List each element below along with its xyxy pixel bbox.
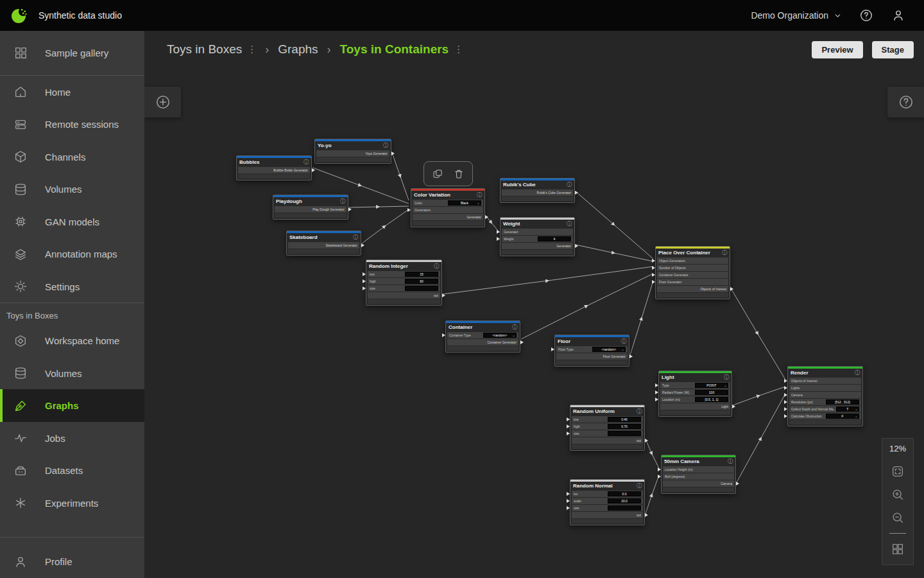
input-port[interactable] [363, 272, 366, 276]
graph-node-yoyo[interactable]: Yo-yoⓘYoyo Generator [314, 139, 391, 164]
canvas-help-button[interactable] [887, 87, 924, 118]
info-icon[interactable]: ⓘ [477, 191, 482, 198]
app-logo-icon[interactable] [0, 6, 38, 25]
sidebar-item-jobs[interactable]: Jobs [0, 422, 144, 455]
node-row-color[interactable]: ColorBlack⌄ [413, 200, 483, 206]
info-icon[interactable]: ⓘ [567, 220, 572, 227]
info-icon[interactable]: ⓘ [353, 234, 358, 241]
info-icon[interactable]: ⓘ [722, 249, 727, 256]
breadcrumb-workspace[interactable]: Toys in Boxes [167, 42, 242, 57]
output-port[interactable] [520, 340, 524, 344]
input-port[interactable] [567, 432, 570, 435]
input-port[interactable] [658, 468, 661, 471]
node-row-container-type[interactable]: Container Type<random>⌄ [447, 332, 518, 338]
input-port[interactable] [497, 230, 500, 234]
input-port[interactable] [567, 499, 570, 503]
info-icon[interactable]: ⓘ [724, 374, 729, 381]
node-row-type[interactable]: TypePOINT⌄ [660, 382, 730, 389]
delete-node-button[interactable] [453, 168, 465, 180]
input-port[interactable] [652, 280, 655, 284]
add-node-button[interactable] [144, 87, 181, 118]
sidebar-item-profile[interactable]: Profile [0, 545, 144, 578]
input-port[interactable] [658, 475, 661, 478]
input-port[interactable] [567, 425, 570, 428]
input-port[interactable] [784, 386, 787, 390]
input-port[interactable] [567, 492, 570, 496]
graph-node-floor[interactable]: FloorⓘFloor Type<random>⌄Floor Generator [554, 335, 629, 367]
node-row-size[interactable]: size [368, 285, 440, 292]
param-value[interactable]: 0.70 [608, 424, 641, 429]
fit-view-button[interactable] [888, 460, 907, 483]
output-port[interactable] [391, 152, 395, 155]
graph-node-playdough[interactable]: PlaydoughⓘPlay Dough Generator [273, 195, 348, 220]
sidebar-item-graphs[interactable]: Graphs [0, 389, 144, 422]
sidebar-item-datasets[interactable]: Datasets [0, 454, 144, 487]
output-port[interactable] [575, 191, 578, 195]
preview-button[interactable]: Preview [812, 41, 862, 58]
param-value[interactable]: <random>⌄ [592, 347, 626, 352]
node-row-floor-type[interactable]: Floor Type<random>⌄ [556, 346, 628, 353]
param-value[interactable]: POINT⌄ [695, 383, 728, 388]
graph-node-color-variation[interactable]: Color VariationⓘColorBlack⌄GeneratorsGen… [411, 188, 485, 227]
sidebar-item-volumes[interactable]: Volumes [0, 173, 144, 206]
graph-node-bubbles[interactable]: BubblesⓘBubble Bottle Generator [236, 155, 312, 180]
input-port[interactable] [363, 286, 366, 290]
node-row-loc[interactable]: loc0.0 [572, 491, 643, 497]
input-port[interactable] [407, 208, 411, 212]
node-row-collect-depth-and-normal-ma-[interactable]: Collect Depth and Normal Ma...T⌄ [789, 406, 861, 412]
info-icon[interactable]: ⓘ [728, 458, 733, 465]
node-row-location-m-[interactable]: Location (m)[0.5, 1, 1] [660, 396, 730, 403]
input-port[interactable] [784, 407, 787, 411]
output-port[interactable] [442, 293, 445, 297]
input-port[interactable] [655, 390, 658, 394]
stage-button[interactable]: Stage [872, 41, 914, 58]
node-row-calculate-obstruction[interactable]: Calculate ObstructionF⌄ [789, 413, 861, 419]
sidebar-item-workspace-home[interactable]: Workspace home [0, 324, 144, 357]
param-value[interactable]: 0.0 [608, 491, 641, 496]
input-port[interactable] [567, 417, 570, 421]
output-port[interactable] [645, 439, 648, 442]
node-row-low[interactable]: low15 [368, 271, 440, 277]
minimap-toggle-button[interactable] [888, 538, 907, 561]
sidebar-item-workspace-volumes[interactable]: Volumes [0, 357, 144, 390]
info-icon[interactable]: ⓘ [512, 324, 517, 331]
input-port[interactable] [363, 279, 366, 283]
output-port[interactable] [736, 482, 739, 486]
input-port[interactable] [497, 237, 500, 241]
param-value[interactable]: 15 [405, 272, 438, 277]
sidebar-item-channels[interactable]: Channels [0, 141, 144, 173]
sidebar-item-annotation-maps[interactable]: Annotation maps [0, 238, 144, 270]
graph-node-place-over-container[interactable]: Place Over ContainerⓘObject GeneratorsNu… [655, 246, 730, 299]
info-icon[interactable]: ⓘ [304, 159, 309, 166]
sidebar-item-gan-models[interactable]: GAN models [0, 206, 144, 238]
info-icon[interactable]: ⓘ [434, 263, 439, 270]
node-row-size[interactable]: size [572, 505, 643, 511]
graph-node-render[interactable]: RenderⓘObjects of InterestLightsCameraRe… [787, 366, 863, 426]
graph-node-skateboard[interactable]: SkateboardⓘSkateboard Generator [286, 231, 361, 256]
input-port[interactable] [655, 398, 658, 401]
input-port[interactable] [784, 379, 787, 383]
input-port[interactable] [442, 333, 445, 337]
graph-node-camera-50mm[interactable]: 50mm CameraⓘLocation Height (m)Roll (deg… [661, 455, 736, 494]
info-icon[interactable]: ⓘ [340, 198, 345, 205]
param-value[interactable]: 100 [695, 390, 728, 395]
info-icon[interactable]: ⓘ [637, 408, 642, 415]
sidebar-item-experiments[interactable]: Experiments [0, 487, 144, 520]
kebab-menu-icon[interactable]: ⋮ [247, 44, 256, 55]
node-row-high[interactable]: high0.70 [572, 423, 643, 430]
sidebar-item-settings[interactable]: Settings [0, 270, 144, 303]
help-button[interactable] [859, 8, 874, 23]
param-value[interactable] [608, 431, 641, 436]
breadcrumb-graphs[interactable]: Graphs [278, 42, 318, 57]
input-port[interactable] [655, 383, 658, 387]
graph-node-random-uniform[interactable]: Random Uniformⓘlow0.40high0.70sizeout [570, 405, 645, 451]
input-port[interactable] [784, 414, 787, 418]
input-port[interactable] [551, 347, 554, 351]
param-value[interactable]: [0.5, 1, 1] [695, 397, 728, 402]
output-port[interactable] [348, 207, 352, 211]
output-port[interactable] [730, 287, 733, 291]
output-port[interactable] [645, 513, 648, 517]
param-value[interactable]: <random>⌄ [483, 333, 517, 338]
input-port[interactable] [652, 273, 655, 277]
input-port[interactable] [784, 393, 787, 397]
